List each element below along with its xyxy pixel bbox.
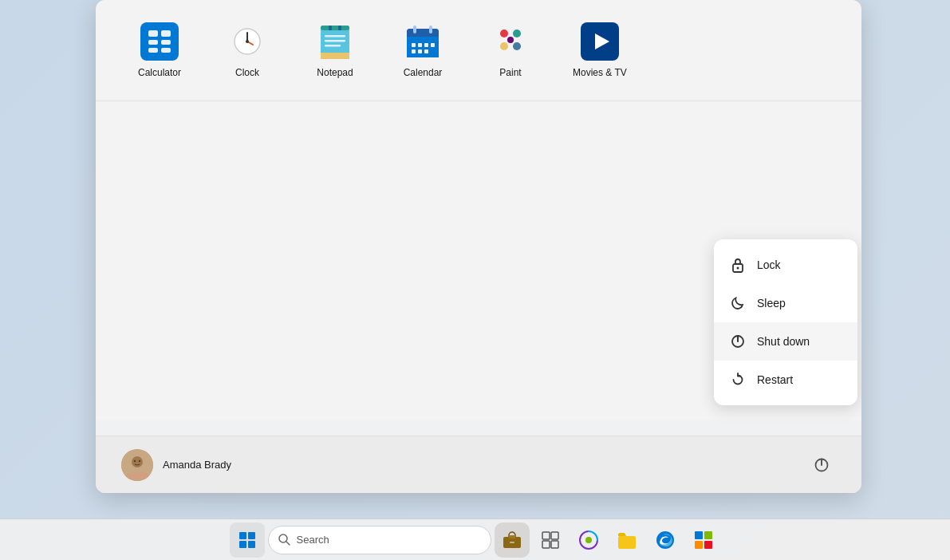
svg-point-41 xyxy=(737,267,739,270)
svg-point-46 xyxy=(134,459,136,461)
svg-point-45 xyxy=(132,456,143,467)
edge-icon xyxy=(655,530,676,550)
svg-rect-67 xyxy=(704,531,712,539)
power-menu-lock[interactable]: Lock xyxy=(714,246,857,284)
app-calendar[interactable]: Calendar xyxy=(391,16,455,85)
svg-rect-13 xyxy=(321,26,349,30)
svg-point-47 xyxy=(139,459,140,461)
svg-point-11 xyxy=(246,40,249,43)
task-view-icon xyxy=(542,531,559,549)
search-taskbar[interactable]: Search xyxy=(268,523,491,558)
lock-icon xyxy=(730,257,746,273)
power-menu: Lock Sleep Shut down xyxy=(714,239,857,405)
desktop: Calculator Clock xyxy=(0,0,950,560)
restart-icon xyxy=(730,372,746,388)
store-button[interactable] xyxy=(686,523,721,558)
svg-rect-0 xyxy=(140,22,179,61)
paint-label: Paint xyxy=(499,67,521,78)
svg-point-36 xyxy=(513,42,521,50)
start-button[interactable] xyxy=(230,523,265,558)
svg-rect-69 xyxy=(704,541,712,549)
svg-point-34 xyxy=(513,30,521,37)
svg-rect-4 xyxy=(161,40,171,45)
svg-rect-2 xyxy=(161,30,171,37)
svg-rect-15 xyxy=(338,26,341,30)
svg-rect-57 xyxy=(509,535,515,538)
svg-rect-5 xyxy=(148,48,158,53)
start-menu-footer: Amanda Brady xyxy=(96,436,861,493)
svg-rect-18 xyxy=(325,45,341,47)
calendar-icon xyxy=(404,22,442,61)
svg-point-63 xyxy=(585,537,592,543)
svg-rect-31 xyxy=(424,49,428,53)
svg-rect-28 xyxy=(431,43,435,47)
svg-rect-17 xyxy=(325,40,345,42)
power-button[interactable] xyxy=(807,451,836,479)
clock-icon xyxy=(228,22,266,61)
svg-rect-25 xyxy=(412,43,416,47)
app-clock[interactable]: Clock xyxy=(215,16,279,85)
svg-rect-1 xyxy=(148,30,158,37)
svg-point-33 xyxy=(500,30,508,37)
edge-button[interactable] xyxy=(648,523,683,558)
power-icon xyxy=(814,457,830,473)
svg-rect-61 xyxy=(542,541,550,548)
svg-rect-19 xyxy=(321,53,349,59)
svg-rect-59 xyxy=(542,532,550,539)
svg-rect-52 xyxy=(239,541,246,548)
app-paint[interactable]: Paint xyxy=(479,16,542,85)
svg-rect-68 xyxy=(695,541,703,549)
svg-rect-58 xyxy=(510,542,514,543)
svg-rect-16 xyxy=(325,35,345,37)
taskbar: Search xyxy=(0,519,950,560)
app-notepad[interactable]: Notepad xyxy=(303,16,367,85)
svg-rect-23 xyxy=(413,26,416,34)
file-explorer-button[interactable] xyxy=(609,523,645,558)
app-movies[interactable]: Movies & TV xyxy=(566,16,633,85)
movies-icon xyxy=(581,22,619,61)
power-menu-shutdown[interactable]: Shut down xyxy=(714,322,857,361)
svg-rect-66 xyxy=(695,531,703,539)
lock-label: Lock xyxy=(757,258,781,271)
copilot-button[interactable] xyxy=(571,523,606,558)
sleep-icon xyxy=(730,295,746,311)
user-name: Amanda Brady xyxy=(163,459,231,471)
calculator-icon xyxy=(140,22,179,61)
taskbar-center: Search xyxy=(230,523,721,558)
svg-rect-24 xyxy=(429,26,432,34)
clock-label: Clock xyxy=(235,67,259,78)
apps-area: Calculator Clock xyxy=(96,0,861,101)
copilot-icon xyxy=(578,530,599,550)
svg-rect-3 xyxy=(148,40,158,45)
svg-line-55 xyxy=(286,542,290,545)
notepad-label: Notepad xyxy=(317,67,353,78)
svg-rect-6 xyxy=(161,48,171,53)
user-profile[interactable]: Amanda Brady xyxy=(121,449,231,481)
calculator-label: Calculator xyxy=(138,67,181,78)
restart-label: Restart xyxy=(757,373,793,386)
notepad-icon xyxy=(316,22,354,61)
svg-rect-62 xyxy=(551,541,558,548)
power-menu-restart[interactable]: Restart xyxy=(714,361,857,399)
windows-logo-icon xyxy=(238,531,256,549)
power-menu-sleep[interactable]: Sleep xyxy=(714,284,857,322)
svg-rect-27 xyxy=(424,43,428,47)
search-bar[interactable]: Search xyxy=(268,526,491,554)
svg-point-37 xyxy=(507,37,514,43)
svg-rect-53 xyxy=(248,541,255,548)
svg-rect-26 xyxy=(418,43,422,47)
app-calculator[interactable]: Calculator xyxy=(128,16,191,85)
store-icon xyxy=(693,530,714,550)
user-avatar xyxy=(121,449,153,481)
briefcase-icon xyxy=(502,530,522,550)
svg-rect-14 xyxy=(329,26,332,30)
search-placeholder: Search xyxy=(297,534,329,546)
calendar-label: Calendar xyxy=(404,67,443,78)
svg-point-35 xyxy=(500,42,508,50)
work-app-button[interactable] xyxy=(495,523,530,558)
task-view-button[interactable] xyxy=(533,523,568,558)
paint-icon xyxy=(491,22,530,61)
file-explorer-icon xyxy=(617,530,637,550)
svg-rect-60 xyxy=(551,532,558,539)
svg-rect-64 xyxy=(618,536,636,549)
